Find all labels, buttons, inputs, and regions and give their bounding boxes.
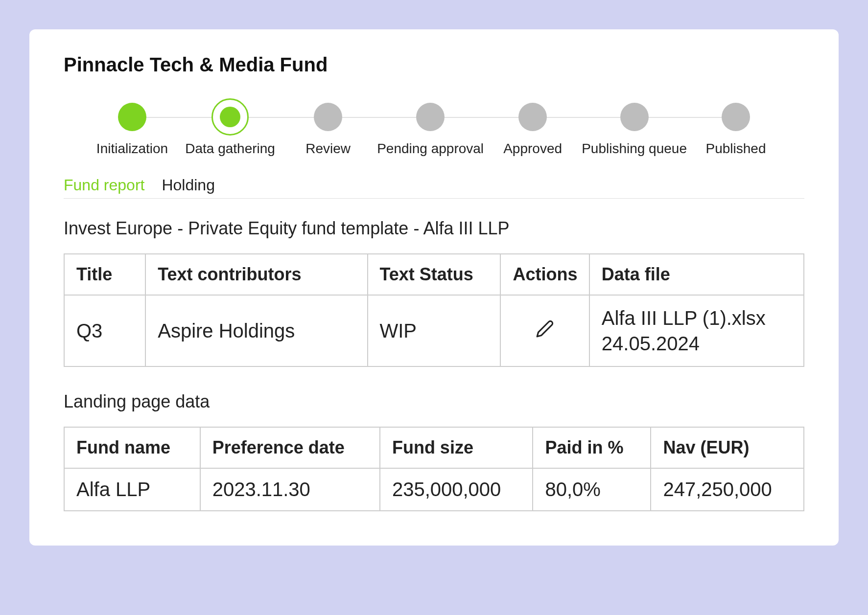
header-nav: Nav (EUR) <box>651 427 804 468</box>
tabs: Fund report Holding <box>64 176 804 199</box>
header-contributors: Text contributors <box>145 254 367 295</box>
step-circle-icon <box>314 103 342 131</box>
step-label: Pending approval <box>377 141 484 157</box>
step-published[interactable]: Published <box>687 103 785 157</box>
landing-table: Fund name Preference date Fund size Paid… <box>64 427 804 511</box>
cell-title: Q3 <box>64 295 145 366</box>
step-label: Published <box>706 141 766 157</box>
step-pending-approval[interactable]: Pending approval <box>377 103 484 157</box>
cell-nav: 247,250,000 <box>651 468 804 511</box>
data-file-date: 24.05.2024 <box>602 331 792 356</box>
step-approved[interactable]: Approved <box>484 103 582 157</box>
header-paid-in: Paid in % <box>533 427 651 468</box>
landing-section-title: Landing page data <box>64 391 804 412</box>
step-label: Publishing queue <box>582 141 687 157</box>
tab-holding[interactable]: Holding <box>162 176 215 198</box>
step-label: Data gathering <box>185 141 275 157</box>
page-title: Pinnacle Tech & Media Fund <box>64 54 804 76</box>
step-data-gathering[interactable]: Data gathering <box>181 103 279 157</box>
template-table: Title Text contributors Text Status Acti… <box>64 253 804 367</box>
cell-paid-in: 80,0% <box>533 468 651 511</box>
header-fund-name: Fund name <box>64 427 200 468</box>
step-circle-icon <box>416 103 445 131</box>
table-row: Q3 Aspire Holdings WIP Alfa III LLP (1).… <box>64 295 804 366</box>
cell-contributors: Aspire Holdings <box>145 295 367 366</box>
header-actions: Actions <box>500 254 589 295</box>
cell-actions <box>500 295 589 366</box>
header-preference-date: Preference date <box>200 427 380 468</box>
cell-data-file: Alfa III LLP (1).xlsx 24.05.2024 <box>589 295 804 366</box>
cell-preference-date: 2023.11.30 <box>200 468 380 511</box>
step-label: Approved <box>503 141 562 157</box>
step-review[interactable]: Review <box>279 103 377 157</box>
step-circle-icon <box>216 103 244 131</box>
step-circle-icon <box>518 103 547 131</box>
data-file-name: Alfa III LLP (1).xlsx <box>602 305 792 331</box>
template-section-title: Invest Europe - Private Equity fund temp… <box>64 218 804 239</box>
header-status: Text Status <box>368 254 501 295</box>
main-card: Pinnacle Tech & Media Fund Initializatio… <box>29 29 839 546</box>
step-label: Initialization <box>96 141 168 157</box>
table-header-row: Title Text contributors Text Status Acti… <box>64 254 804 295</box>
step-label: Review <box>305 141 351 157</box>
workflow-stepper: Initialization Data gathering Review Pen… <box>64 103 804 157</box>
step-circle-icon <box>118 103 146 131</box>
cell-fund-name: Alfa LLP <box>64 468 200 511</box>
step-circle-icon <box>620 103 649 131</box>
header-title: Title <box>64 254 145 295</box>
step-initialization[interactable]: Initialization <box>83 103 181 157</box>
header-fund-size: Fund size <box>380 427 533 468</box>
table-header-row: Fund name Preference date Fund size Paid… <box>64 427 804 468</box>
header-data-file: Data file <box>589 254 804 295</box>
step-circle-icon <box>722 103 750 131</box>
cell-fund-size: 235,000,000 <box>380 468 533 511</box>
table-row: Alfa LLP 2023.11.30 235,000,000 80,0% 24… <box>64 468 804 511</box>
tab-fund-report[interactable]: Fund report <box>64 176 144 198</box>
step-publishing-queue[interactable]: Publishing queue <box>582 103 687 157</box>
cell-status: WIP <box>368 295 501 366</box>
edit-icon[interactable] <box>536 319 554 342</box>
